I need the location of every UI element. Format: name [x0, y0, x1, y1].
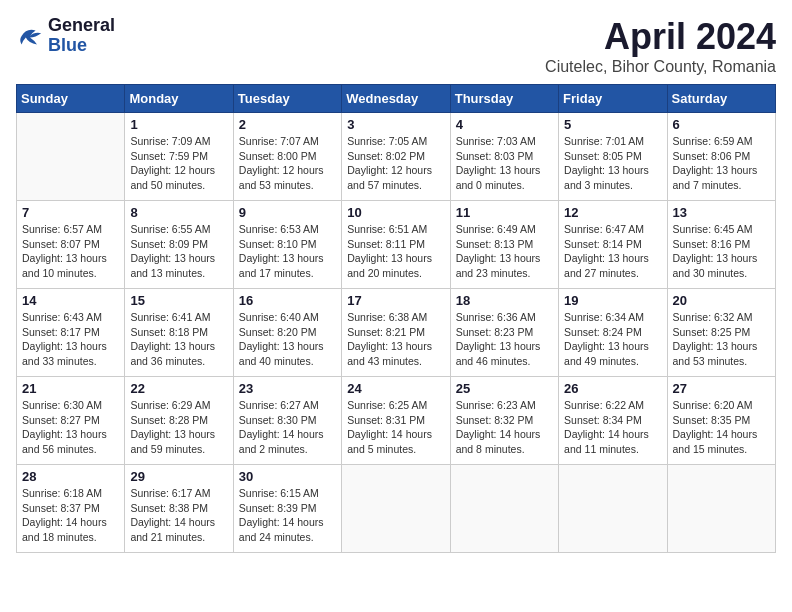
logo-blue: Blue: [48, 36, 115, 56]
day-info: Sunrise: 6:20 AMSunset: 8:35 PMDaylight:…: [673, 398, 770, 457]
day-info: Sunrise: 7:05 AMSunset: 8:02 PMDaylight:…: [347, 134, 444, 193]
calendar-header: SundayMondayTuesdayWednesdayThursdayFrid…: [17, 85, 776, 113]
day-cell: 9Sunrise: 6:53 AMSunset: 8:10 PMDaylight…: [233, 201, 341, 289]
day-cell: 13Sunrise: 6:45 AMSunset: 8:16 PMDayligh…: [667, 201, 775, 289]
day-number: 7: [22, 205, 119, 220]
day-cell: 1Sunrise: 7:09 AMSunset: 7:59 PMDaylight…: [125, 113, 233, 201]
day-cell: 11Sunrise: 6:49 AMSunset: 8:13 PMDayligh…: [450, 201, 558, 289]
day-cell: 24Sunrise: 6:25 AMSunset: 8:31 PMDayligh…: [342, 377, 450, 465]
day-number: 18: [456, 293, 553, 308]
header-cell-friday: Friday: [559, 85, 667, 113]
day-cell: 19Sunrise: 6:34 AMSunset: 8:24 PMDayligh…: [559, 289, 667, 377]
day-number: 10: [347, 205, 444, 220]
header-cell-thursday: Thursday: [450, 85, 558, 113]
day-number: 23: [239, 381, 336, 396]
day-info: Sunrise: 6:34 AMSunset: 8:24 PMDaylight:…: [564, 310, 661, 369]
day-cell: 15Sunrise: 6:41 AMSunset: 8:18 PMDayligh…: [125, 289, 233, 377]
day-number: 26: [564, 381, 661, 396]
header-cell-sunday: Sunday: [17, 85, 125, 113]
day-number: 12: [564, 205, 661, 220]
day-cell: 4Sunrise: 7:03 AMSunset: 8:03 PMDaylight…: [450, 113, 558, 201]
day-cell: 23Sunrise: 6:27 AMSunset: 8:30 PMDayligh…: [233, 377, 341, 465]
day-cell: 16Sunrise: 6:40 AMSunset: 8:20 PMDayligh…: [233, 289, 341, 377]
day-cell: [17, 113, 125, 201]
day-info: Sunrise: 6:15 AMSunset: 8:39 PMDaylight:…: [239, 486, 336, 545]
day-number: 19: [564, 293, 661, 308]
day-number: 5: [564, 117, 661, 132]
day-cell: 8Sunrise: 6:55 AMSunset: 8:09 PMDaylight…: [125, 201, 233, 289]
header-cell-tuesday: Tuesday: [233, 85, 341, 113]
day-cell: 27Sunrise: 6:20 AMSunset: 8:35 PMDayligh…: [667, 377, 775, 465]
day-cell: 12Sunrise: 6:47 AMSunset: 8:14 PMDayligh…: [559, 201, 667, 289]
day-info: Sunrise: 7:03 AMSunset: 8:03 PMDaylight:…: [456, 134, 553, 193]
subtitle: Ciutelec, Bihor County, Romania: [545, 58, 776, 76]
day-cell: [667, 465, 775, 553]
logo-general: General: [48, 16, 115, 36]
day-number: 9: [239, 205, 336, 220]
day-info: Sunrise: 6:45 AMSunset: 8:16 PMDaylight:…: [673, 222, 770, 281]
logo-icon: [16, 22, 44, 50]
day-cell: 3Sunrise: 7:05 AMSunset: 8:02 PMDaylight…: [342, 113, 450, 201]
logo-text: General Blue: [48, 16, 115, 56]
day-info: Sunrise: 6:53 AMSunset: 8:10 PMDaylight:…: [239, 222, 336, 281]
header-row: SundayMondayTuesdayWednesdayThursdayFrid…: [17, 85, 776, 113]
day-info: Sunrise: 6:47 AMSunset: 8:14 PMDaylight:…: [564, 222, 661, 281]
logo: General Blue: [16, 16, 115, 56]
day-number: 6: [673, 117, 770, 132]
day-info: Sunrise: 6:18 AMSunset: 8:37 PMDaylight:…: [22, 486, 119, 545]
day-cell: 22Sunrise: 6:29 AMSunset: 8:28 PMDayligh…: [125, 377, 233, 465]
day-cell: 10Sunrise: 6:51 AMSunset: 8:11 PMDayligh…: [342, 201, 450, 289]
day-number: 15: [130, 293, 227, 308]
day-number: 20: [673, 293, 770, 308]
day-number: 30: [239, 469, 336, 484]
day-info: Sunrise: 6:29 AMSunset: 8:28 PMDaylight:…: [130, 398, 227, 457]
day-number: 1: [130, 117, 227, 132]
day-cell: 26Sunrise: 6:22 AMSunset: 8:34 PMDayligh…: [559, 377, 667, 465]
day-info: Sunrise: 6:23 AMSunset: 8:32 PMDaylight:…: [456, 398, 553, 457]
week-row-4: 21Sunrise: 6:30 AMSunset: 8:27 PMDayligh…: [17, 377, 776, 465]
day-number: 4: [456, 117, 553, 132]
day-cell: [342, 465, 450, 553]
day-info: Sunrise: 6:43 AMSunset: 8:17 PMDaylight:…: [22, 310, 119, 369]
day-cell: 7Sunrise: 6:57 AMSunset: 8:07 PMDaylight…: [17, 201, 125, 289]
day-number: 24: [347, 381, 444, 396]
day-number: 3: [347, 117, 444, 132]
day-number: 14: [22, 293, 119, 308]
day-number: 11: [456, 205, 553, 220]
day-info: Sunrise: 6:36 AMSunset: 8:23 PMDaylight:…: [456, 310, 553, 369]
day-cell: 6Sunrise: 6:59 AMSunset: 8:06 PMDaylight…: [667, 113, 775, 201]
week-row-5: 28Sunrise: 6:18 AMSunset: 8:37 PMDayligh…: [17, 465, 776, 553]
day-info: Sunrise: 6:41 AMSunset: 8:18 PMDaylight:…: [130, 310, 227, 369]
day-cell: [559, 465, 667, 553]
week-row-3: 14Sunrise: 6:43 AMSunset: 8:17 PMDayligh…: [17, 289, 776, 377]
day-cell: 17Sunrise: 6:38 AMSunset: 8:21 PMDayligh…: [342, 289, 450, 377]
day-cell: 21Sunrise: 6:30 AMSunset: 8:27 PMDayligh…: [17, 377, 125, 465]
day-info: Sunrise: 7:07 AMSunset: 8:00 PMDaylight:…: [239, 134, 336, 193]
header-cell-saturday: Saturday: [667, 85, 775, 113]
week-row-2: 7Sunrise: 6:57 AMSunset: 8:07 PMDaylight…: [17, 201, 776, 289]
day-info: Sunrise: 6:38 AMSunset: 8:21 PMDaylight:…: [347, 310, 444, 369]
day-number: 25: [456, 381, 553, 396]
week-row-1: 1Sunrise: 7:09 AMSunset: 7:59 PMDaylight…: [17, 113, 776, 201]
day-number: 13: [673, 205, 770, 220]
day-cell: 14Sunrise: 6:43 AMSunset: 8:17 PMDayligh…: [17, 289, 125, 377]
day-number: 2: [239, 117, 336, 132]
day-info: Sunrise: 6:27 AMSunset: 8:30 PMDaylight:…: [239, 398, 336, 457]
day-cell: 30Sunrise: 6:15 AMSunset: 8:39 PMDayligh…: [233, 465, 341, 553]
title-block: April 2024 Ciutelec, Bihor County, Roman…: [545, 16, 776, 76]
day-info: Sunrise: 7:09 AMSunset: 7:59 PMDaylight:…: [130, 134, 227, 193]
main-title: April 2024: [545, 16, 776, 58]
day-number: 17: [347, 293, 444, 308]
day-info: Sunrise: 6:25 AMSunset: 8:31 PMDaylight:…: [347, 398, 444, 457]
day-info: Sunrise: 6:40 AMSunset: 8:20 PMDaylight:…: [239, 310, 336, 369]
day-info: Sunrise: 6:51 AMSunset: 8:11 PMDaylight:…: [347, 222, 444, 281]
day-cell: 18Sunrise: 6:36 AMSunset: 8:23 PMDayligh…: [450, 289, 558, 377]
day-info: Sunrise: 6:49 AMSunset: 8:13 PMDaylight:…: [456, 222, 553, 281]
day-info: Sunrise: 7:01 AMSunset: 8:05 PMDaylight:…: [564, 134, 661, 193]
calendar-body: 1Sunrise: 7:09 AMSunset: 7:59 PMDaylight…: [17, 113, 776, 553]
day-cell: 5Sunrise: 7:01 AMSunset: 8:05 PMDaylight…: [559, 113, 667, 201]
page-header: General Blue April 2024 Ciutelec, Bihor …: [16, 16, 776, 76]
day-cell: 29Sunrise: 6:17 AMSunset: 8:38 PMDayligh…: [125, 465, 233, 553]
day-info: Sunrise: 6:30 AMSunset: 8:27 PMDaylight:…: [22, 398, 119, 457]
day-number: 22: [130, 381, 227, 396]
